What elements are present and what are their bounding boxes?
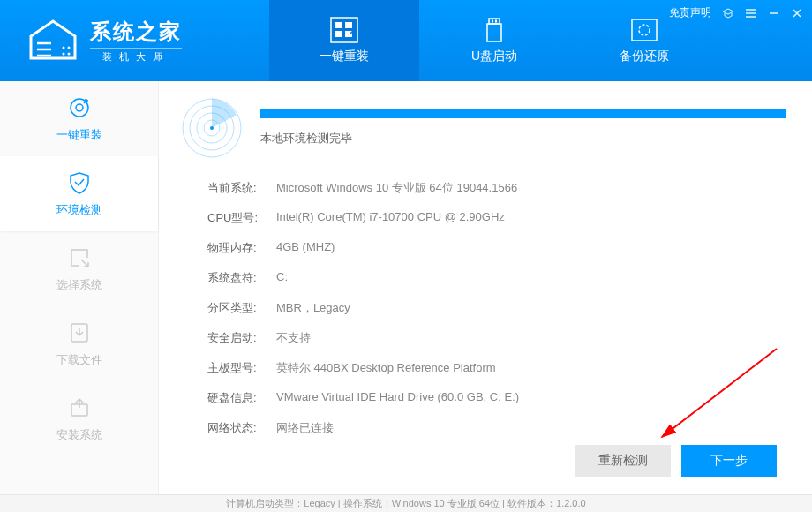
sidebar-item-label: 安装系统	[56, 427, 102, 443]
info-value: 英特尔 440BX Desktop Reference Platform	[276, 360, 496, 376]
sidebar-item-download[interactable]: 下载文件	[0, 306, 158, 381]
graduation-icon[interactable]	[722, 7, 734, 19]
svg-rect-12	[495, 20, 497, 23]
info-value: 不支持	[276, 330, 311, 346]
svg-rect-5	[335, 22, 342, 28]
sidebar-item-reinstall[interactable]: 一键重装	[0, 81, 158, 156]
tab-label: 一键重装	[320, 49, 369, 64]
info-value: VMware Virtual IDE Hard Drive (60.0 GB, …	[276, 390, 519, 406]
info-row: CPU型号:Intel(R) Core(TM) i7-10700 CPU @ 2…	[207, 203, 786, 233]
windows-install-icon	[330, 17, 358, 43]
info-row: 当前系统:Microsoft Windows 10 专业版 64位 19044.…	[207, 173, 786, 203]
info-value: 网络已连接	[276, 420, 334, 436]
tab-reinstall[interactable]: 一键重装	[269, 0, 419, 81]
info-row: 主板型号:英特尔 440BX Desktop Reference Platfor…	[207, 353, 786, 383]
sidebar-item-label: 一键重装	[56, 127, 102, 143]
tab-usb-boot[interactable]: U盘启动	[419, 0, 569, 81]
info-value: C:	[276, 270, 288, 286]
install-icon	[67, 395, 92, 420]
svg-rect-7	[335, 31, 342, 37]
info-value: MBR，Legacy	[276, 300, 350, 316]
info-label: 系统盘符:	[207, 270, 276, 286]
tab-label: 备份还原	[620, 49, 669, 64]
status-bar: 计算机启动类型：Legacy | 操作系统：Windows 10 专业版 64位…	[0, 494, 812, 512]
menu-icon[interactable]	[745, 7, 757, 19]
shield-check-icon	[67, 170, 92, 195]
app-header: 系统之家 装机大师 一键重装 U盘启动	[0, 0, 812, 81]
info-value: Intel(R) Core(TM) i7-10700 CPU @ 2.90GHz	[276, 210, 505, 226]
main-panel: 本地环境检测完毕 当前系统:Microsoft Windows 10 专业版 6…	[159, 81, 812, 494]
svg-rect-10	[487, 24, 501, 41]
recheck-button[interactable]: 重新检测	[575, 445, 671, 477]
info-row: 分区类型:MBR，Legacy	[207, 293, 786, 323]
info-row: 硬盘信息:VMware Virtual IDE Hard Drive (60.0…	[207, 383, 786, 413]
sidebar-item-label: 环境检测	[56, 202, 102, 218]
select-icon	[67, 245, 92, 270]
info-row: 系统盘符:C:	[207, 263, 786, 293]
info-label: 安全启动:	[207, 330, 276, 346]
scan-status-text: 本地环境检测完毕	[260, 131, 786, 147]
sidebar-item-label: 下载文件	[56, 352, 102, 368]
sidebar: 一键重装 环境检测 选择系统 下载文件 安装系统	[0, 81, 159, 494]
info-label: 当前系统:	[207, 180, 276, 196]
svg-rect-8	[345, 31, 352, 37]
svg-point-16	[76, 104, 83, 111]
info-value: 4GB (MHZ)	[276, 240, 335, 256]
info-row: 安全启动:不支持	[207, 323, 786, 353]
svg-rect-9	[489, 19, 500, 24]
disclaimer-link[interactable]: 免责声明	[669, 5, 711, 20]
svg-point-14	[639, 25, 650, 35]
sidebar-item-label: 选择系统	[56, 277, 102, 293]
progress-bar	[260, 109, 786, 118]
app-logo: 系统之家 装机大师	[0, 18, 265, 64]
info-row: 物理内存:4GB (MHZ)	[207, 233, 786, 263]
sidebar-item-envcheck[interactable]: 环境检测	[0, 156, 158, 231]
info-label: CPU型号:	[207, 210, 276, 226]
svg-point-23	[210, 126, 214, 130]
info-label: 分区类型:	[207, 300, 276, 316]
system-info-list: 当前系统:Microsoft Windows 10 专业版 64位 19044.…	[207, 173, 786, 443]
svg-point-1	[68, 47, 71, 49]
info-value: Microsoft Windows 10 专业版 64位 19044.1566	[276, 180, 517, 196]
info-label: 硬盘信息:	[207, 390, 276, 406]
svg-rect-6	[345, 22, 352, 28]
svg-rect-13	[632, 19, 657, 41]
download-icon	[67, 320, 92, 345]
window-controls: 免责声明	[669, 5, 803, 20]
target-icon	[67, 95, 92, 120]
usb-icon	[480, 17, 508, 43]
info-row: 网络状态:网络已连接	[207, 413, 786, 443]
logo-title: 系统之家	[90, 18, 182, 46]
svg-point-0	[63, 47, 65, 49]
info-label: 物理内存:	[207, 240, 276, 256]
svg-point-2	[63, 53, 65, 56]
backup-icon	[630, 17, 658, 43]
minimize-icon[interactable]	[768, 7, 780, 19]
next-button[interactable]: 下一步	[681, 445, 777, 477]
sidebar-item-install[interactable]: 安装系统	[0, 381, 158, 456]
logo-subtitle: 装机大师	[90, 48, 182, 64]
info-label: 网络状态:	[207, 420, 276, 436]
top-tabs: 一键重装 U盘启动 备份还原	[269, 0, 719, 81]
close-icon[interactable]	[791, 7, 803, 19]
sidebar-item-select[interactable]: 选择系统	[0, 231, 158, 306]
svg-rect-11	[492, 20, 493, 23]
info-label: 主板型号:	[207, 360, 276, 376]
radar-icon	[181, 97, 243, 159]
footer-text: 计算机启动类型：Legacy | 操作系统：Windows 10 专业版 64位…	[226, 497, 585, 510]
svg-point-3	[68, 53, 71, 56]
tab-label: U盘启动	[471, 49, 517, 64]
house-logo-icon	[26, 19, 79, 63]
